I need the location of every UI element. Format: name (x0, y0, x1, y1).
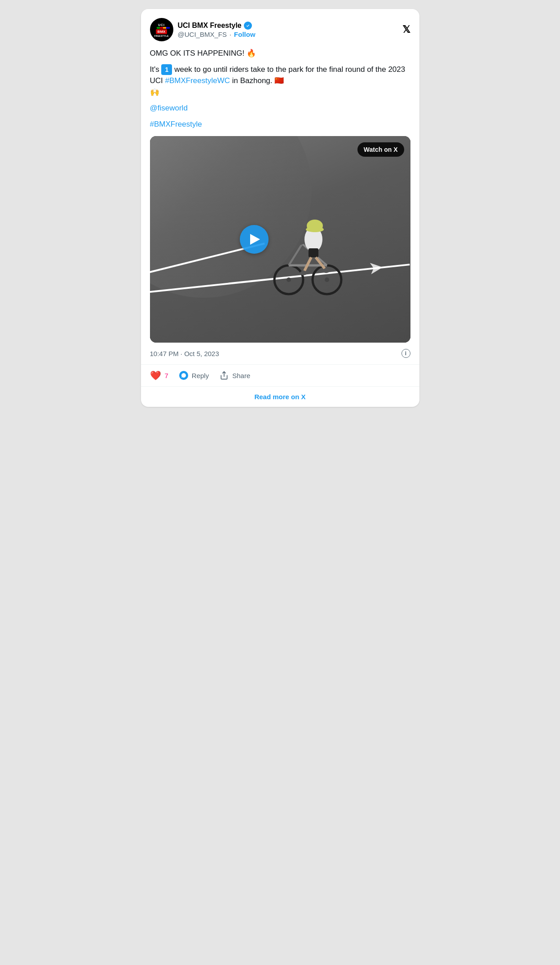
svg-line-7 (289, 244, 302, 265)
verified-badge (244, 22, 252, 30)
read-more-button[interactable]: Read more on X (150, 387, 410, 407)
heart-icon: ❤️ (150, 370, 161, 381)
svg-point-1 (287, 278, 291, 282)
hashtag-bmxfreestyle: #BMXFreestyle (150, 119, 410, 130)
mention-fiseworld: @fiseworld (150, 102, 410, 114)
account-handle-row: @UCI_BMX_FS · Follow (178, 31, 256, 38)
info-icon[interactable]: i (401, 349, 410, 358)
hashtag-bmxfreestylewc[interactable]: #BMXFreestyleWC (165, 76, 230, 85)
share-action[interactable]: Share (220, 371, 250, 380)
dot-separator: · (229, 31, 231, 38)
reply-icon (179, 371, 188, 380)
tweet-header: UCI BMX FREESTYLE UCI BMX Freestyle (150, 18, 410, 41)
x-logo-icon[interactable]: 𝕏 (402, 25, 410, 35)
share-label: Share (232, 372, 250, 379)
tweet-timestamp: 10:47 PM · Oct 5, 2023 i (150, 349, 410, 358)
avatar[interactable]: UCI BMX FREESTYLE (150, 18, 173, 41)
svg-point-14 (306, 227, 324, 232)
tweet-card: UCI BMX FREESTYLE UCI BMX Freestyle (141, 9, 419, 407)
timestamp-text: 10:47 PM · Oct 5, 2023 (150, 350, 219, 357)
svg-point-3 (325, 278, 329, 282)
account-info: UCI BMX Freestyle @UCI_BMX_FS · Follow (178, 22, 256, 38)
hashtag-link[interactable]: #BMXFreestyle (150, 120, 202, 128)
watch-on-x-badge[interactable]: Watch on X (357, 142, 404, 157)
reply-label: Reply (192, 372, 209, 379)
account-name-row: UCI BMX Freestyle (178, 22, 256, 30)
account-handle: @UCI_BMX_FS (178, 31, 227, 38)
tweet-body: OMG OK ITS HAPPENING! 🔥 It's 1 week to g… (150, 48, 410, 130)
likes-action[interactable]: ❤️ 7 (150, 370, 168, 381)
svg-point-19 (322, 269, 330, 273)
video-bg: ➤ (150, 136, 410, 343)
tweet-line2: It's 1 week to go until riders take to t… (150, 64, 410, 98)
svg-point-18 (300, 271, 307, 275)
account-name[interactable]: UCI BMX Freestyle (178, 22, 242, 30)
share-icon (220, 371, 229, 380)
video-scene: ➤ (150, 136, 410, 343)
follow-link[interactable]: Follow (234, 31, 256, 38)
tweet-header-left: UCI BMX FREESTYLE UCI BMX Freestyle (150, 18, 256, 41)
svg-line-16 (304, 257, 311, 271)
number-one-emoji: 1 (161, 64, 172, 75)
video-container[interactable]: ➤ (150, 136, 410, 343)
track-arrow: ➤ (367, 256, 384, 278)
play-button[interactable] (240, 225, 269, 254)
mention-link[interactable]: @fiseworld (150, 104, 188, 112)
likes-count: 7 (165, 372, 168, 379)
tweet-line1: OMG OK ITS HAPPENING! 🔥 (150, 48, 410, 59)
rider-figure (262, 203, 343, 302)
tweet-actions: ❤️ 7 Reply Share (150, 365, 410, 386)
reply-action[interactable]: Reply (179, 371, 209, 380)
svg-rect-15 (309, 248, 318, 257)
